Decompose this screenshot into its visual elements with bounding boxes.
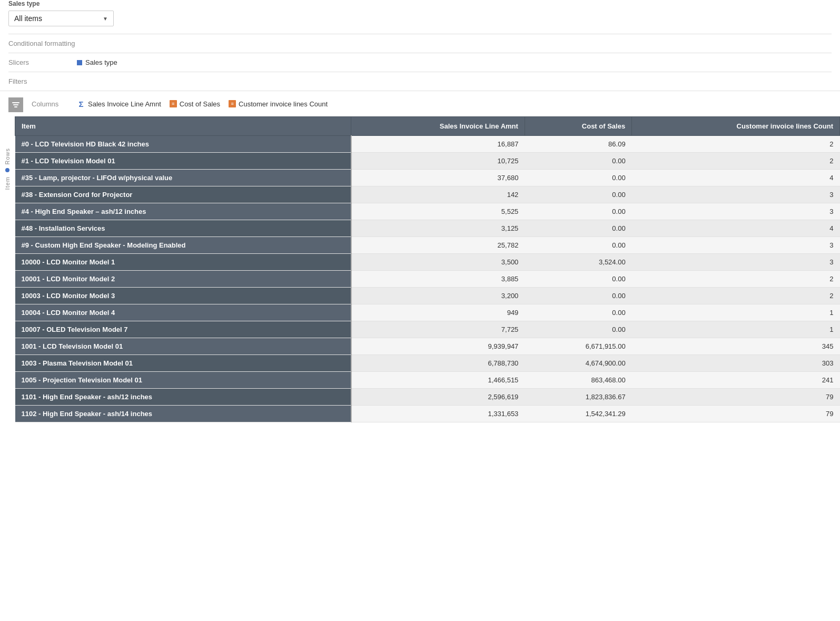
slicers-row: Slicers Sales type [8, 53, 832, 72]
col-tag-2[interactable]: ≡ Cost of Sales [170, 100, 220, 108]
table-cell-item: #0 - LCD Television HD Black 42 inches [15, 136, 351, 153]
table-row: 1101 - High End Speaker - ash/12 inches2… [15, 389, 840, 406]
slicer-tag[interactable]: Sales type [77, 58, 117, 66]
table-cell-item: 1001 - LCD Television Model 01 [15, 338, 351, 355]
slicer-item-label: Sales type [85, 58, 117, 66]
table-cell-sales-amnt: 6,788,730 [351, 355, 525, 372]
sales-type-label: Sales type [8, 0, 832, 7]
table-cell-invoice-count: 241 [632, 372, 840, 389]
data-table-wrapper: Item Sales Invoice Line Amnt Cost of Sal… [15, 116, 840, 422]
col1-label: Sales Invoice Line Amnt [88, 100, 161, 108]
side-labels: Rows Item [0, 116, 15, 422]
table-cell-sales-amnt: 5,525 [351, 203, 525, 220]
table-cell-item: #4 - High End Speaker – ash/12 inches [15, 203, 351, 220]
table-cell-sales-amnt: 949 [351, 304, 525, 321]
table-cell-cost-sales: 0.00 [525, 288, 631, 304]
table-cell-invoice-count: 3 [632, 254, 840, 271]
data-table: Item Sales Invoice Line Amnt Cost of Sal… [15, 116, 840, 422]
table-body: #0 - LCD Television HD Black 42 inches16… [15, 136, 840, 422]
table-cell-sales-amnt: 37,680 [351, 170, 525, 186]
table-cell-cost-sales: 863,468.00 [525, 372, 631, 389]
orange-square-2-icon: ≡ [229, 100, 236, 107]
table-row: #0 - LCD Television HD Black 42 inches16… [15, 136, 840, 153]
sigma-icon: Σ [77, 100, 85, 108]
table-cell-sales-amnt: 16,887 [351, 136, 525, 153]
table-cell-invoice-count: 2 [632, 288, 840, 304]
table-cell-sales-amnt: 142 [351, 186, 525, 203]
table-cell-sales-amnt: 10,725 [351, 153, 525, 170]
chevron-down-icon: ▼ [103, 16, 108, 22]
col2-label: Cost of Sales [180, 100, 220, 108]
table-cell-sales-amnt: 3,885 [351, 271, 525, 288]
col-header-cost-sales: Cost of Sales [525, 117, 631, 136]
table-cell-cost-sales: 0.00 [525, 153, 631, 170]
slicers-label: Slicers [8, 58, 77, 66]
table-cell-item: 10004 - LCD Monitor Model 4 [15, 304, 351, 321]
table-row: 10003 - LCD Monitor Model 33,2000.002 [15, 288, 840, 304]
table-cell-cost-sales: 0.00 [525, 321, 631, 338]
table-cell-sales-amnt: 2,596,619 [351, 389, 525, 406]
table-cell-cost-sales: 0.00 [525, 220, 631, 237]
table-row: 10001 - LCD Monitor Model 23,8850.002 [15, 271, 840, 288]
filter-lines-icon [12, 102, 19, 107]
table-cell-sales-amnt: 3,125 [351, 220, 525, 237]
table-cell-item: 10001 - LCD Monitor Model 2 [15, 271, 351, 288]
table-cell-item: 10003 - LCD Monitor Model 3 [15, 288, 351, 304]
table-cell-invoice-count: 4 [632, 170, 840, 186]
table-cell-invoice-count: 1 [632, 321, 840, 338]
table-row: #4 - High End Speaker – ash/12 inches5,5… [15, 203, 840, 220]
table-cell-item: #1 - LCD Television Model 01 [15, 153, 351, 170]
table-cell-item: #35 - Lamp, projector - LIFOd w/physical… [15, 170, 351, 186]
table-row: #48 - Installation Services3,1250.004 [15, 220, 840, 237]
table-cell-invoice-count: 303 [632, 355, 840, 372]
table-cell-invoice-count: 4 [632, 220, 840, 237]
table-cell-cost-sales: 6,671,915.00 [525, 338, 631, 355]
table-cell-item: 1003 - Plasma Television Model 01 [15, 355, 351, 372]
table-cell-item: 10007 - OLED Television Model 7 [15, 321, 351, 338]
table-row: 10004 - LCD Monitor Model 49490.001 [15, 304, 840, 321]
table-cell-invoice-count: 79 [632, 389, 840, 406]
table-cell-item: #9 - Custom High End Speaker - Modeling … [15, 237, 351, 254]
conditional-formatting-row: Conditional formatting [8, 34, 832, 53]
columns-row: Columns Σ Sales Invoice Line Amnt ≡ Cost… [0, 91, 840, 116]
table-cell-cost-sales: 0.00 [525, 170, 631, 186]
sales-type-dropdown[interactable]: All items ▼ [8, 11, 114, 26]
table-cell-invoice-count: 3 [632, 186, 840, 203]
table-row: 1003 - Plasma Television Model 016,788,7… [15, 355, 840, 372]
table-header-row: Item Sales Invoice Line Amnt Cost of Sal… [15, 117, 840, 136]
table-cell-invoice-count: 345 [632, 338, 840, 355]
col-tag-1[interactable]: Σ Sales Invoice Line Amnt [77, 100, 161, 108]
table-cell-cost-sales: 0.00 [525, 186, 631, 203]
table-cell-sales-amnt: 1,331,653 [351, 406, 525, 422]
table-cell-sales-amnt: 7,725 [351, 321, 525, 338]
table-row: 1001 - LCD Television Model 019,939,9476… [15, 338, 840, 355]
table-cell-cost-sales: 0.00 [525, 304, 631, 321]
col-header-item: Item [15, 117, 351, 136]
col-tag-3[interactable]: ≡ Customer invoice lines Count [229, 100, 328, 108]
table-cell-sales-amnt: 9,939,947 [351, 338, 525, 355]
item-side-label: Item [4, 176, 11, 190]
table-row: 1005 - Projection Television Model 011,4… [15, 372, 840, 389]
col-header-sales-amnt: Sales Invoice Line Amnt [351, 117, 525, 136]
filter-icon-button[interactable] [8, 97, 23, 112]
rows-side-label: Rows [4, 148, 11, 165]
filter-line-1 [12, 102, 19, 103]
table-cell-cost-sales: 0.00 [525, 237, 631, 254]
table-row: #35 - Lamp, projector - LIFOd w/physical… [15, 170, 840, 186]
filter-line-2 [13, 104, 18, 105]
orange-square-icon: ≡ [170, 100, 177, 107]
table-cell-sales-amnt: 1,466,515 [351, 372, 525, 389]
col3-label: Customer invoice lines Count [239, 100, 328, 108]
table-cell-invoice-count: 1 [632, 304, 840, 321]
table-row: #9 - Custom High End Speaker - Modeling … [15, 237, 840, 254]
dropdown-value: All items [14, 14, 98, 23]
table-cell-invoice-count: 3 [632, 237, 840, 254]
table-cell-invoice-count: 79 [632, 406, 840, 422]
table-cell-cost-sales: 1,823,836.67 [525, 389, 631, 406]
table-row: 10000 - LCD Monitor Model 13,5003,524.00… [15, 254, 840, 271]
blue-dot-icon [5, 168, 9, 172]
table-cell-cost-sales: 3,524.00 [525, 254, 631, 271]
table-cell-sales-amnt: 25,782 [351, 237, 525, 254]
col-header-invoice-count: Customer invoice lines Count [632, 117, 840, 136]
table-cell-cost-sales: 4,674,900.00 [525, 355, 631, 372]
